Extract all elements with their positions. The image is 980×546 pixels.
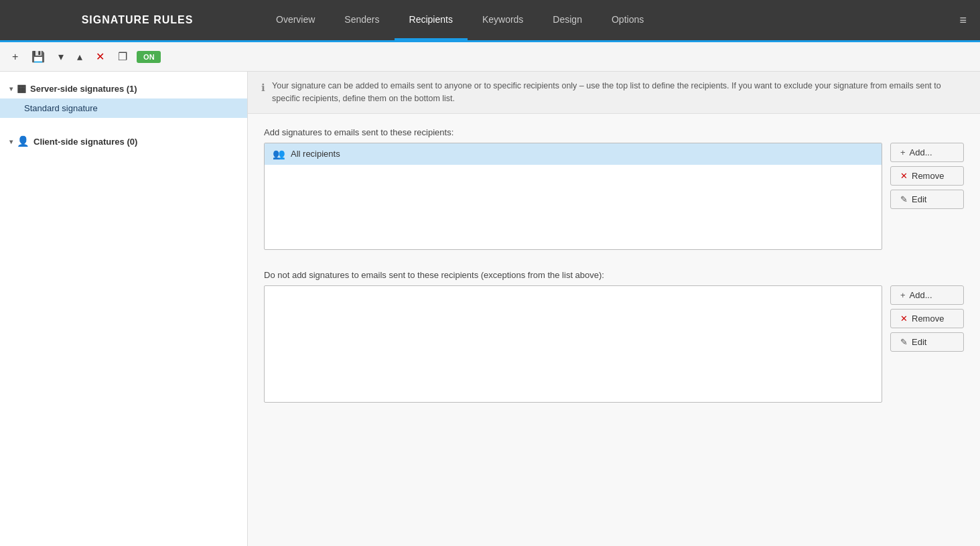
save-icon: 💾: [31, 50, 45, 63]
bottom-edit-button[interactable]: ✎ Edit: [890, 332, 964, 352]
save-button[interactable]: 💾: [27, 48, 49, 66]
app-title: SIGNATURE RULES: [13, 14, 261, 26]
add-plus-icon: +: [900, 147, 906, 157]
top-add-button[interactable]: + Add...: [890, 143, 964, 162]
top-recipients-list[interactable]: 👥 All recipients: [264, 143, 882, 250]
bottom-add-button[interactable]: + Add...: [890, 285, 964, 305]
chevron-up-icon: ▴: [77, 50, 82, 63]
delete-button[interactable]: ✕: [92, 48, 109, 66]
server-group-chevron: ▾: [9, 85, 13, 92]
nav-tab-recipients[interactable]: Recipients: [395, 0, 468, 40]
header: SIGNATURE RULES OverviewSendersRecipient…: [0, 0, 980, 40]
toolbar: + 💾 ▾ ▴ ✕ ❐ ON: [0, 42, 980, 72]
bottom-section: Do not add signatures to emails sent to …: [264, 270, 964, 403]
copy-icon: ❐: [118, 50, 127, 63]
nav-tab-keywords[interactable]: Keywords: [468, 0, 538, 40]
bottom-section-buttons: + Add... ✕ Remove ✎ Edit: [890, 285, 964, 403]
nav-tab-overview[interactable]: Overview: [261, 0, 330, 40]
main-layout: ▾ ▦ Server-side signatures (1) Standard …: [0, 72, 980, 546]
bottom-remove-cross-icon: ✕: [900, 314, 908, 324]
bottom-edit-pencil-icon: ✎: [900, 337, 908, 347]
nav-tab-senders[interactable]: Senders: [330, 0, 394, 40]
delete-icon: ✕: [96, 50, 104, 63]
hamburger-menu-icon[interactable]: ≡: [959, 13, 967, 27]
copy-button[interactable]: ❐: [114, 48, 131, 66]
top-section-buttons: + Add... ✕ Remove ✎ Edit: [890, 143, 964, 250]
bottom-section-label: Do not add signatures to emails sent to …: [264, 270, 964, 280]
chevron-down-icon: ▾: [58, 50, 64, 63]
client-person-icon: 👤: [17, 135, 29, 147]
toggle-on-button[interactable]: ON: [137, 51, 161, 63]
top-edit-label: Edit: [912, 194, 926, 204]
add-button[interactable]: +: [8, 48, 22, 66]
nav-tab-design[interactable]: Design: [538, 0, 597, 40]
bottom-remove-button[interactable]: ✕ Remove: [890, 309, 964, 328]
list-item-label: All recipients: [291, 149, 340, 159]
edit-pencil-icon: ✎: [900, 194, 908, 204]
sidebar-item-standard-signature[interactable]: Standard signature: [0, 98, 247, 118]
bottom-add-label: Add...: [910, 290, 932, 300]
top-add-label: Add...: [910, 147, 932, 157]
nav-tab-options[interactable]: Options: [597, 0, 658, 40]
bottom-section-body: + Add... ✕ Remove ✎ Edit: [264, 285, 964, 403]
top-section-body: 👥 All recipients + Add... ✕ Remove: [264, 143, 964, 250]
bottom-add-plus-icon: +: [900, 290, 906, 300]
remove-cross-icon: ✕: [900, 171, 908, 181]
move-up-button[interactable]: ▴: [73, 48, 86, 66]
top-remove-label: Remove: [912, 171, 944, 181]
main-nav: OverviewSendersRecipientsKeywordsDesignO…: [261, 0, 959, 40]
top-remove-button[interactable]: ✕ Remove: [890, 166, 964, 186]
server-group-label: Server-side signatures (1): [30, 84, 137, 94]
server-grid-icon: ▦: [17, 82, 26, 94]
content-area: ℹ Your signature can be added to emails …: [248, 72, 980, 546]
sidebar-item-label: Standard signature: [24, 103, 98, 113]
plus-icon: +: [12, 51, 18, 63]
recipients-icon: 👥: [273, 148, 285, 160]
bottom-remove-label: Remove: [912, 314, 944, 324]
top-edit-button[interactable]: ✎ Edit: [890, 190, 964, 209]
top-section: Add signatures to emails sent to these r…: [264, 127, 964, 250]
server-side-group: ▾ ▦ Server-side signatures (1) Standard …: [0, 72, 247, 125]
client-side-group-header[interactable]: ▾ 👤 Client-side signatures (0): [0, 131, 247, 151]
client-group-chevron: ▾: [9, 138, 13, 145]
server-side-group-header[interactable]: ▾ ▦ Server-side signatures (1): [0, 78, 247, 98]
sections: Add signatures to emails sent to these r…: [248, 114, 980, 416]
active-tab-indicator: [0, 40, 980, 42]
list-item-all-recipients[interactable]: 👥 All recipients: [265, 143, 882, 165]
sidebar: ▾ ▦ Server-side signatures (1) Standard …: [0, 72, 248, 546]
info-bar: ℹ Your signature can be added to emails …: [248, 72, 980, 114]
info-icon: ℹ: [261, 80, 265, 96]
move-down-button[interactable]: ▾: [54, 48, 68, 66]
top-section-label: Add signatures to emails sent to these r…: [264, 127, 964, 137]
client-side-group: ▾ 👤 Client-side signatures (0): [0, 125, 247, 158]
bottom-recipients-list[interactable]: [264, 285, 882, 403]
bottom-edit-label: Edit: [912, 337, 926, 347]
info-text: Your signature can be added to emails se…: [272, 80, 967, 105]
client-group-label: Client-side signatures (0): [33, 137, 137, 147]
